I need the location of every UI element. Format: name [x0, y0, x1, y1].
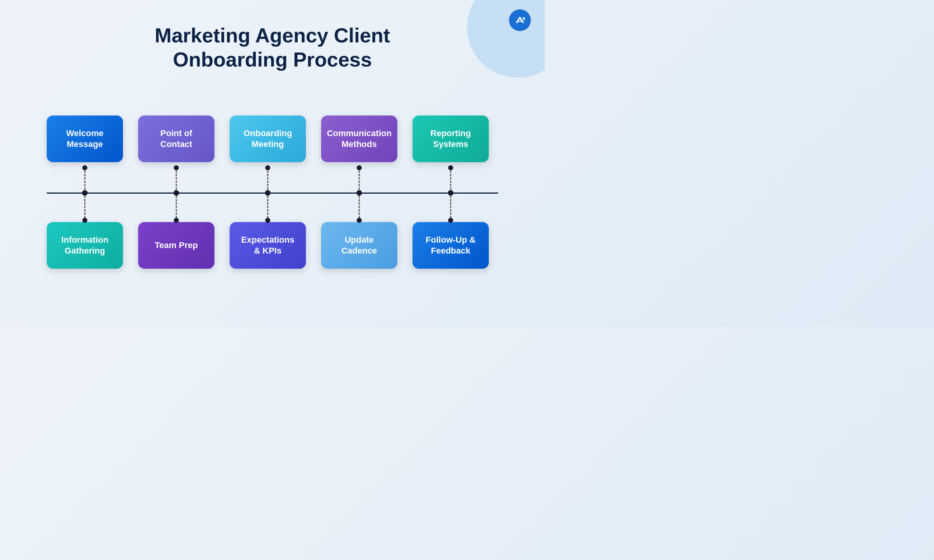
dashed-bot-follow-up-feedback — [450, 196, 451, 218]
box-bot-update-cadence: UpdateCadence — [321, 222, 397, 269]
dot-above-box-follow-up-feedback — [448, 218, 453, 223]
box-bot-team-prep: Team Prep — [138, 222, 214, 269]
box-bot-information-gathering: InformationGathering — [47, 222, 123, 269]
dot-above-box-team-prep — [174, 218, 179, 223]
box-bot-follow-up-feedback: Follow-Up &Feedback — [413, 222, 489, 269]
dashed-reporting-systems — [450, 167, 451, 190]
page-title: Marketing Agency Client Onboarding Proce… — [0, 23, 545, 72]
timeline-container: WelcomeMessagePoint ofContactOnboardingM… — [23, 84, 521, 286]
box-onboarding-meeting: OnboardingMeeting — [230, 116, 306, 162]
timeline-line — [47, 192, 498, 194]
logo-icon — [509, 9, 531, 31]
dot-top-point-of-contact — [174, 165, 179, 170]
dashed-communication-methods — [359, 167, 360, 190]
box-point-of-contact: Point ofContact — [138, 116, 214, 162]
dashed-point-of-contact — [176, 167, 177, 190]
dashed-onboarding-meeting — [267, 167, 269, 190]
dot-top-reporting-systems — [448, 165, 453, 170]
dashed-bot-expectations-kpis — [267, 196, 269, 218]
dot-bot-line-information-gathering — [82, 190, 88, 196]
dot-above-box-information-gathering — [83, 218, 88, 223]
dot-above-box-update-cadence — [357, 218, 362, 223]
dot-top-onboarding-meeting — [265, 165, 270, 170]
dashed-welcome-message — [84, 167, 86, 190]
box-welcome-message: WelcomeMessage — [47, 116, 123, 162]
dashed-bot-update-cadence — [359, 196, 360, 218]
box-communication-methods: CommunicationMethods — [321, 116, 397, 162]
dashed-bot-team-prep — [176, 196, 177, 218]
dot-top-welcome-message — [83, 165, 88, 170]
dot-bot-line-follow-up-feedback — [448, 190, 453, 196]
box-reporting-systems: ReportingSystems — [413, 116, 489, 162]
dashed-bot-information-gathering — [84, 196, 86, 218]
dot-above-box-expectations-kpis — [265, 218, 270, 223]
title-area: Marketing Agency Client Onboarding Proce… — [0, 0, 545, 84]
dot-bot-line-team-prep — [174, 190, 179, 196]
box-bot-expectations-kpis: Expectations& KPIs — [230, 222, 306, 269]
dot-bot-line-update-cadence — [356, 190, 362, 196]
dot-bot-line-expectations-kpis — [265, 190, 270, 196]
dot-top-communication-methods — [357, 165, 362, 170]
